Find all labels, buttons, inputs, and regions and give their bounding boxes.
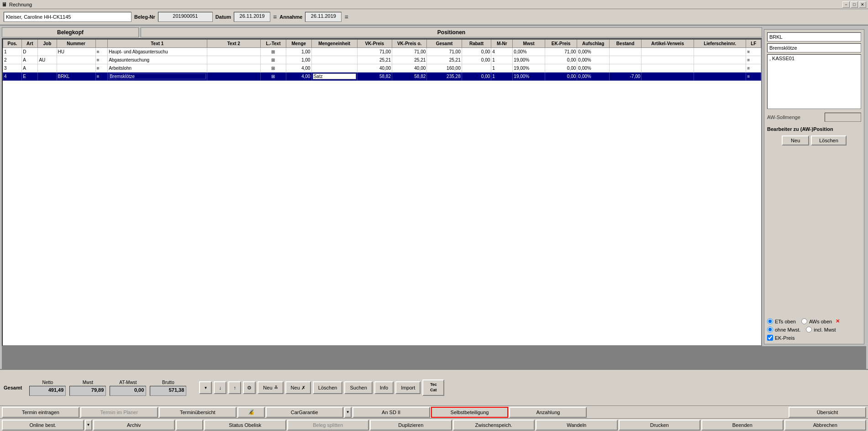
abbrechen-button[interactable]: Abbrechen [784, 420, 867, 431]
loeschen-action-button[interactable]: Löschen [313, 381, 343, 394]
col-vkpreis: VK-Preis [357, 40, 392, 48]
aw-sollmenge-label: AW-Sollmenge [767, 114, 800, 120]
table-cell: 1,00 [286, 48, 311, 56]
incl-mwst-radio[interactable] [806, 327, 812, 332]
fingerprint-button[interactable]: 🔏 [237, 407, 265, 418]
table-row[interactable]: 4EBRKL≡⊞4,0058,8258,82235,280,00119,00%0… [3, 73, 761, 81]
gear-button[interactable]: ⚙ [243, 381, 256, 394]
zwischenspeich-button[interactable]: Zwischenspeich. [453, 420, 535, 431]
termin-eintragen-button[interactable]: Termin eintragen [2, 407, 79, 418]
netto-label: Netto [42, 380, 53, 385]
col-rabatt: Rabatt [462, 40, 491, 48]
table-cell: 19,00% [513, 56, 545, 64]
table-cell: 71,00 [427, 48, 462, 56]
duplizieren-button[interactable]: Duplizieren [370, 420, 452, 431]
table-cell: 0,00 [462, 56, 491, 64]
table-row[interactable]: 2AAU≡Abgasuntersuchung⊞1,0025,2125,2125,… [3, 56, 761, 64]
table-cell: 1 [491, 56, 513, 64]
beleg-nr-field: 201900051 [158, 12, 213, 22]
col-art: Art [22, 40, 38, 48]
selbstbeteiligung-button[interactable]: Selbstbeteiligung [431, 407, 509, 418]
anzahlung-button[interactable]: Anzahlung [509, 407, 587, 418]
aws-oben-radio[interactable] [801, 318, 807, 324]
info-button[interactable]: Info [374, 381, 394, 394]
table-cell: ≡ [95, 48, 107, 56]
an-sd-ii-button[interactable]: An SD II [352, 407, 430, 418]
table-cell: 0,00% [577, 64, 610, 73]
termin-im-planer-button[interactable]: Termin im Planer [80, 407, 158, 418]
customer-name-field[interactable] [4, 12, 132, 22]
suchen-button[interactable]: Suchen [344, 381, 372, 394]
right-textarea[interactable]: , KASSE01 [767, 54, 861, 109]
right-field-1[interactable] [767, 32, 861, 42]
terminuebersicht-button[interactable]: Terminübersicht [159, 407, 237, 418]
table-cell [311, 48, 357, 56]
table-cell: 0,00% [577, 56, 610, 64]
ets-oben-label: ETs oben [775, 319, 796, 324]
beleg-splitten-button[interactable]: Beleg splitten [287, 420, 369, 431]
uebersicht-button[interactable]: Übersicht [789, 407, 866, 418]
down-arrow-button[interactable]: ↓ [214, 381, 226, 394]
incl-mwst-label: incl. Mwst [814, 327, 836, 332]
table-cell [207, 73, 261, 81]
drucken-button[interactable]: Drucken [619, 420, 701, 431]
online-best-button[interactable]: Online best. [2, 420, 84, 431]
table-cell: 0,00 [462, 73, 491, 81]
cargarantie-button[interactable]: CarGarantie [266, 407, 343, 418]
table-cell: HU [57, 48, 95, 56]
annahme-menu-icon[interactable]: ≡ [344, 13, 348, 21]
table-row[interactable]: 3A≡Arbeitslohn⊞4,0040,0040,00160,00119,0… [3, 64, 761, 73]
maximize-button[interactable]: □ [851, 1, 858, 8]
table-row[interactable]: 1DHU≡Haupt- und Abgasuntersuchu⊞1,0071,0… [3, 48, 761, 56]
table-cell: ⊞ [261, 73, 286, 81]
ek-preis-checkbox[interactable] [767, 335, 773, 341]
table-cell: 71,00 [392, 48, 426, 56]
right-field-2[interactable] [767, 43, 861, 52]
close-options-icon[interactable]: ✕ [836, 318, 840, 324]
col-ltext: L.-Text [261, 40, 286, 48]
ekpreis-row: EK-Preis [767, 335, 861, 341]
datum-menu-icon[interactable]: ≡ [273, 13, 277, 21]
table-cell [609, 56, 642, 64]
online-best-arrow-button[interactable]: ▼ [85, 420, 92, 431]
neu-belegposition-button[interactable]: Neu ≚ [258, 381, 283, 394]
bottom-row-1: Termin eintragen Termin im Planer Termin… [0, 405, 868, 418]
section-header-belegkopf: Belegkopf [2, 27, 139, 37]
empty-slot-button[interactable] [176, 420, 203, 431]
table-cell: 235,28 [427, 73, 462, 81]
wandeln-button[interactable]: Wandeln [536, 420, 618, 431]
beenden-button[interactable]: Beenden [701, 420, 784, 431]
loeschen-button[interactable]: Löschen [811, 135, 847, 145]
table-cell [694, 64, 746, 73]
table-cell: 1 [3, 48, 22, 56]
neu-x-button[interactable]: Neu ✗ [285, 381, 311, 394]
table-cell: Haupt- und Abgasuntersuchu [108, 48, 207, 56]
cell-mengeneinheit-input[interactable] [313, 73, 356, 79]
datum-label: Datum [216, 14, 231, 20]
table-cell [694, 73, 746, 81]
table-cell [311, 73, 357, 81]
dropdown-arrow-button[interactable]: ▼ [199, 381, 212, 394]
cargarantie-arrow-button[interactable]: ▼ [344, 407, 352, 418]
status-obelisk-button[interactable]: Status Obelisk [204, 420, 286, 431]
minimize-button[interactable]: − [842, 1, 850, 8]
archiv-button[interactable]: Archiv [93, 420, 175, 431]
table-cell: 0,00 [545, 64, 577, 73]
ohne-mwst-radio[interactable] [767, 327, 773, 332]
up-arrow-button[interactable]: ↑ [228, 381, 241, 394]
close-button[interactable]: ✕ [859, 1, 866, 8]
col-pos: Pos. [3, 40, 22, 48]
tec-cat-button[interactable]: TecCat [422, 379, 444, 396]
aw-sollmenge-field[interactable] [825, 113, 861, 122]
table-cell: 4,00 [286, 64, 311, 73]
section-headers: Belegkopf Positionen [2, 27, 762, 37]
table-cell [694, 56, 746, 64]
title-bar: 🖩 Rechnung − □ ✕ [0, 0, 868, 9]
table-cell: 4,00 [286, 73, 311, 81]
ets-oben-radio[interactable] [767, 318, 773, 324]
cell-text1-input[interactable] [109, 73, 205, 79]
table-cell [642, 56, 694, 64]
table-cell: 0,00 [545, 56, 577, 64]
import-button[interactable]: Import [395, 381, 421, 394]
neu-button[interactable]: Neu [782, 135, 809, 145]
